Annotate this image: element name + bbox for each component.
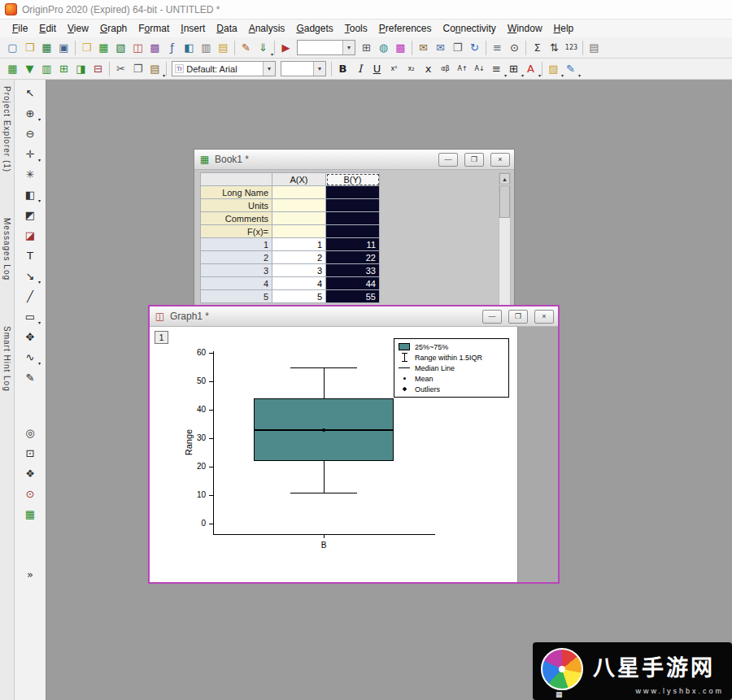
font-size-combo[interactable]: ▾: [281, 61, 326, 76]
open-message-log[interactable]: ✉: [415, 39, 432, 57]
font-combo-dropdown-arrow-icon[interactable]: ▾: [263, 62, 275, 76]
dock-tab-messages-log[interactable]: Messages Log: [2, 218, 11, 280]
book1-close-button[interactable]: ×: [490, 153, 510, 167]
row-label-comments[interactable]: Comments: [201, 212, 272, 225]
dropdown-arrow-icon[interactable]: ▾: [38, 198, 41, 203]
menu-item-view[interactable]: View: [62, 21, 94, 36]
superscript[interactable]: x²: [386, 60, 403, 78]
book1-minimize-button[interactable]: —: [438, 153, 458, 167]
move-column[interactable]: ◨: [72, 60, 89, 78]
menu-item-tools[interactable]: Tools: [339, 21, 373, 36]
row-number[interactable]: 5: [201, 290, 272, 303]
subscript[interactable]: x₂: [403, 60, 420, 78]
pick-data-point-tool[interactable]: ⊙: [20, 485, 40, 502]
underline[interactable]: U: [368, 60, 386, 78]
new-layout[interactable]: ▥: [198, 39, 215, 57]
cell-a-header[interactable]: [272, 212, 326, 225]
pan-tool[interactable]: ✥: [20, 328, 40, 346]
sort-column[interactable]: ⇅: [546, 39, 563, 57]
copy[interactable]: ❐: [129, 60, 146, 78]
font-combo[interactable]: TrDefault: Arial▾: [172, 61, 276, 76]
append-rows[interactable]: ▼: [21, 60, 38, 78]
new-matrix[interactable]: ▩: [146, 39, 163, 57]
graph1-close-button[interactable]: ×: [534, 310, 554, 324]
font-color[interactable]: A▾: [522, 60, 539, 78]
cell-b-value-selected[interactable]: 55: [326, 290, 380, 303]
paste[interactable]: ▤▾: [146, 60, 163, 78]
dropdown-arrow-icon[interactable]: ▾: [38, 279, 41, 285]
cell-a-value[interactable]: 4: [272, 277, 326, 290]
data-selector-tool[interactable]: ◧▾: [20, 185, 40, 203]
sub-superscript[interactable]: x: [420, 60, 437, 78]
new-3d-graph[interactable]: ◧: [181, 39, 198, 57]
dropdown-arrow-icon[interactable]: ▾: [38, 116, 41, 122]
menu-item-analysis[interactable]: Analysis: [243, 21, 291, 36]
menu-item-data[interactable]: Data: [211, 21, 242, 36]
text-tool[interactable]: T: [20, 246, 40, 264]
book1-maximize-button[interactable]: ❐: [464, 153, 484, 167]
zoom-out-tool[interactable]: ⊖: [20, 124, 40, 142]
dropdown-arrow-icon[interactable]: ▾: [163, 72, 165, 78]
rectangle-tool[interactable]: ▭▾: [20, 307, 40, 325]
graph1-title-bar[interactable]: ◫ Graph1 * — ❐ ×: [150, 307, 558, 327]
new-folder[interactable]: ❒: [78, 39, 95, 57]
fill-color[interactable]: ▨▾: [545, 60, 562, 78]
menu-item-connectivity[interactable]: Connectivity: [437, 21, 501, 36]
dropdown-arrow-icon[interactable]: ▾: [271, 51, 273, 57]
cell-b-value-selected[interactable]: 22: [326, 251, 380, 264]
fit-page-tool[interactable]: ⊡: [20, 444, 40, 462]
menu-item-gadgets[interactable]: Gadgets: [290, 21, 338, 36]
cell-a-value[interactable]: 3: [272, 264, 326, 277]
selection-on-active-plot-tool[interactable]: ◩: [20, 206, 40, 224]
menu-item-edit[interactable]: Edit: [33, 21, 62, 36]
new-graph[interactable]: ◫: [129, 39, 146, 57]
freehand-tool[interactable]: ✎: [20, 368, 40, 386]
menu-item-window[interactable]: Window: [502, 21, 548, 36]
polyline-tool[interactable]: ∿▾: [20, 348, 40, 366]
cell-b-header-selected[interactable]: [326, 199, 380, 212]
cell-a-value[interactable]: 1: [272, 238, 326, 251]
dropdown-arrow-icon[interactable]: ▾: [578, 72, 581, 78]
mask-tool[interactable]: ◪: [20, 226, 40, 244]
protect-sheet[interactable]: ▤: [586, 39, 603, 57]
open[interactable]: ❒: [21, 39, 38, 57]
insert-rows[interactable]: ▦: [4, 60, 21, 78]
set-decimal-places[interactable]: 123: [563, 39, 580, 57]
book1-window[interactable]: ▦ Book1 * — ❐ × A(X)B(Y)Long NameUnitsCo…: [194, 149, 515, 324]
bold[interactable]: B: [334, 60, 351, 78]
row-number[interactable]: 3: [201, 264, 272, 277]
save-project[interactable]: ▣: [55, 39, 72, 57]
menu-item-preferences[interactable]: Preferences: [373, 21, 438, 36]
menu-item-graph[interactable]: Graph: [94, 21, 133, 36]
vertical-scrollbar[interactable]: ▲ ▼: [499, 172, 511, 321]
line-tool[interactable]: ╱: [20, 287, 40, 305]
font-size-combo-dropdown-arrow-icon[interactable]: ▾: [313, 62, 325, 76]
dropdown-arrow-icon[interactable]: ▾: [38, 157, 41, 163]
book1-title-bar[interactable]: ▦ Book1 * — ❐ ×: [194, 150, 514, 170]
new-notes[interactable]: ▤: [215, 39, 232, 57]
merge-cells[interactable]: ⊞▾: [505, 60, 522, 78]
row-label-long-name[interactable]: Long Name: [201, 186, 272, 199]
row-label-f-x-[interactable]: F(x)=: [201, 225, 272, 238]
graph1-minimize-button[interactable]: —: [482, 310, 502, 324]
italic[interactable]: I: [351, 60, 368, 78]
sum-statistics[interactable]: Σ: [529, 39, 546, 57]
dropdown-arrow-icon[interactable]: ▾: [538, 72, 541, 78]
column-header-a[interactable]: A(X): [272, 173, 326, 186]
row-label-units[interactable]: Units: [201, 199, 272, 212]
row-number[interactable]: 2: [201, 251, 272, 264]
cut[interactable]: ✂: [112, 60, 129, 78]
graph-page[interactable]: 1 0102030405060BRange 25%~75% Range with…: [150, 327, 517, 582]
cell-b-header-selected[interactable]: [326, 186, 380, 199]
graph1-window[interactable]: ◫ Graph1 * — ❐ × 1 0102030405060BRange 2…: [148, 305, 560, 584]
greek[interactable]: αβ: [437, 60, 454, 78]
mail-graph[interactable]: ✉: [432, 39, 449, 57]
dock-tab-smart-hint-log[interactable]: Smart Hint Log: [2, 326, 11, 392]
cell-a-header[interactable]: [272, 225, 326, 238]
standard-combo[interactable]: ▾: [297, 40, 355, 55]
cell-b-header-selected[interactable]: [326, 225, 380, 238]
scroll-thumb[interactable]: [499, 185, 510, 218]
rescale-tool[interactable]: ◎: [20, 424, 40, 441]
new-excel[interactable]: ▧: [112, 39, 129, 57]
decrease-font[interactable]: A↓: [471, 60, 488, 78]
